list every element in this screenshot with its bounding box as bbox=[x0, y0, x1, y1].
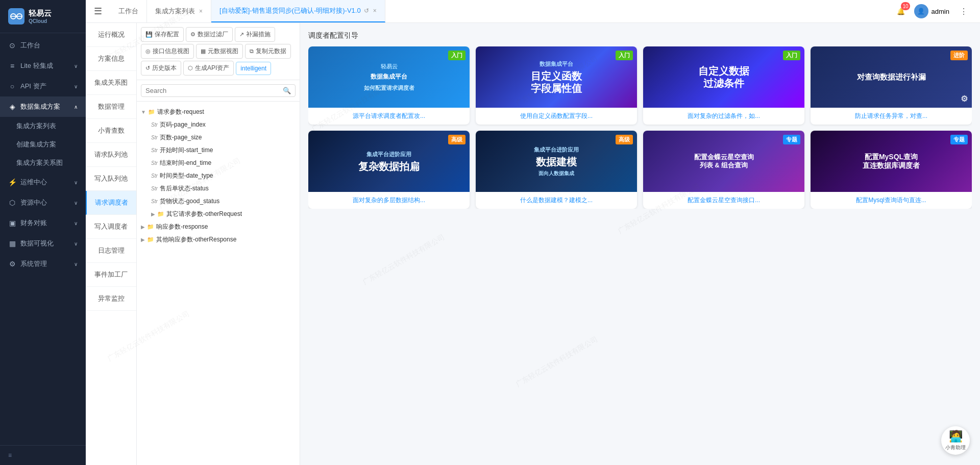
card8-badge: 专题 bbox=[950, 135, 968, 144]
sidebar-item-finance[interactable]: ▣ 财务对账 ∨ bbox=[0, 213, 86, 233]
header-tabs: ☰ 工作台 集成方案列表 × [自动爱梨]-销售退货同步(已确认-明细对接)-V… bbox=[86, 0, 886, 22]
sidebar-item-integration-list[interactable]: 集成方案列表 bbox=[0, 117, 86, 135]
guide-card-8[interactable]: 配置MySQL查询直连数据库调度者 专题 配置Mysql查询语句直连... bbox=[811, 131, 972, 209]
data-integration-icon: ◈ bbox=[8, 103, 16, 111]
toolbar: 💾 保存配置 ⚙ 数据过滤厂 ↗ 补漏措施 ◎ 接口信息视图 ▦ 元数据视 bbox=[137, 23, 300, 80]
expand-arrow-other-response: ▶ bbox=[141, 237, 145, 242]
tab-integration-list-close[interactable]: × bbox=[199, 8, 203, 15]
tree-node-other-response[interactable]: ▶ 📁 其他响应参数-otherResponse bbox=[139, 233, 298, 246]
left-nav-request-adjuster[interactable]: 请求调度者 bbox=[86, 191, 136, 215]
top-header: ☰ 工作台 集成方案列表 × [自动爱梨]-销售退货同步(已确认-明细对接)-V… bbox=[86, 0, 980, 23]
card1-line1: 轻易云 bbox=[364, 63, 414, 70]
folder-icon-req-params: 📁 bbox=[148, 109, 155, 115]
gen-api-button[interactable]: ⬡ 生成API资产 bbox=[183, 61, 234, 76]
tree-node-good-status[interactable]: Str 货物状态-good_status bbox=[139, 195, 298, 208]
search-input[interactable] bbox=[145, 87, 280, 94]
type-badge-good-status: Str bbox=[151, 199, 158, 204]
guide-card-7[interactable]: 配置金蝶云星空查询列表 & 组合查询 专题 配置金蝶云星空查询接口... bbox=[643, 131, 804, 209]
guide-card-6[interactable]: 集成平台进阶应用 数据建模 面向人数据集成 高级 什么是数据建模？建模之... bbox=[476, 131, 637, 209]
save-config-button[interactable]: 💾 保存配置 bbox=[141, 27, 184, 42]
lite-arrow-icon: ∨ bbox=[74, 63, 78, 69]
assistant-button[interactable]: 🧑‍💻 小青助理 bbox=[941, 426, 970, 455]
api-icon: ○ bbox=[8, 82, 16, 90]
left-nav-event-factory[interactable]: 事件加工厂 bbox=[86, 263, 136, 287]
sidebar-item-operation[interactable]: ⚡ 运维中心 ∨ bbox=[0, 172, 86, 192]
card5-line2: 复杂数据拍扁 bbox=[358, 160, 420, 173]
tab-refresh-icon[interactable]: ↺ bbox=[364, 7, 369, 14]
gen-api-label: 生成API资产 bbox=[195, 64, 229, 72]
tab-workbench[interactable]: 工作台 bbox=[110, 0, 147, 22]
tree-node-date-type[interactable]: Str 时间类型-date_type bbox=[139, 169, 298, 182]
guide-card-4[interactable]: 对查询数据进行补漏 进阶 ⚙ 防止请求任务异常，对查... bbox=[811, 46, 972, 125]
hamburger-button[interactable]: ☰ bbox=[86, 0, 110, 22]
sidebar-label-operation: 运维中心 bbox=[20, 178, 47, 187]
intelligent-button[interactable]: intelligent bbox=[236, 62, 271, 75]
tab-integration-list[interactable]: 集成方案列表 × bbox=[147, 0, 211, 22]
card2-line1: 数据集成平台 bbox=[531, 60, 582, 68]
finance-arrow-icon: ∨ bbox=[74, 221, 78, 226]
more-button[interactable]: ⋮ bbox=[955, 7, 972, 16]
sidebar-item-lite[interactable]: ≡ Lite 轻集成 ∨ bbox=[0, 56, 86, 76]
tab-auto-task[interactable]: [自动爱梨]-销售退货同步(已确认-明细对接)-V1.0 ↺ × bbox=[211, 0, 385, 22]
tree-node-page-size[interactable]: Str 页数-page_size bbox=[139, 131, 298, 144]
sidebar-item-api[interactable]: ○ API 资产 ∨ bbox=[0, 76, 86, 96]
user-info[interactable]: 👤 admin bbox=[914, 4, 949, 18]
left-nav-write-adjuster[interactable]: 写入调度者 bbox=[86, 215, 136, 239]
remediation-button[interactable]: ↗ 补漏措施 bbox=[235, 27, 275, 42]
left-nav-plan-info[interactable]: 方案信息 bbox=[86, 47, 136, 71]
left-nav-integration-map[interactable]: 集成关系图 bbox=[86, 71, 136, 95]
guide-card-5[interactable]: 集成平台进阶应用 复杂数据拍扁 高级 面对复杂的多层数据结构... bbox=[308, 131, 470, 209]
card4-badge: 进阶 bbox=[950, 51, 968, 60]
folder-icon-other-request: 📁 bbox=[157, 211, 164, 217]
search-icon: 🔍 bbox=[283, 87, 291, 94]
sidebar-item-create-integration[interactable]: 创建集成方案 bbox=[0, 135, 86, 154]
right-panel: 调度者配置引导 轻易云 数据集成平台 如何配置请求调度者 入门 源平台请求调度者… bbox=[300, 23, 980, 465]
search-row: 🔍 bbox=[137, 80, 300, 102]
intelligent-label: intelligent bbox=[240, 65, 266, 72]
copy-data-button[interactable]: ⧉ 复制元数据 bbox=[245, 44, 291, 59]
left-nav-log-mgmt[interactable]: 日志管理 bbox=[86, 239, 136, 263]
sidebar-label-create-integration: 创建集成方案 bbox=[16, 140, 56, 149]
history-button[interactable]: ↺ 历史版本 bbox=[141, 61, 181, 76]
left-nav-overview[interactable]: 运行概况 bbox=[86, 23, 136, 47]
tab-auto-task-close[interactable]: × bbox=[373, 7, 377, 14]
left-nav-data-mgmt[interactable]: 数据管理 bbox=[86, 95, 136, 119]
tree-node-page-index[interactable]: Str 页码-page_index bbox=[139, 118, 298, 131]
sidebar-item-integration-relation[interactable]: 集成方案关系图 bbox=[0, 154, 86, 172]
left-nav-exception-monitor[interactable]: 异常监控 bbox=[86, 287, 136, 311]
data-filter-button[interactable]: ⚙ 数据过滤厂 bbox=[186, 27, 233, 42]
tree-node-end-time[interactable]: Str 结束时间-end_time bbox=[139, 157, 298, 169]
interface-view-button[interactable]: ◎ 接口信息视图 bbox=[141, 44, 194, 59]
guide-card-2[interactable]: 数据集成平台 目定义函数字段属性值 入门 使用自定义函数配置字段... bbox=[476, 46, 637, 125]
expand-arrow-req-params: ▼ bbox=[141, 109, 146, 115]
finance-icon: ▣ bbox=[8, 219, 16, 227]
card3-desc: 面对复杂的过滤条件，如... bbox=[643, 108, 804, 125]
sidebar-label-api: API 资产 bbox=[20, 82, 46, 91]
history-label: 历史版本 bbox=[152, 64, 177, 72]
sidebar-item-system[interactable]: ⚙ 系统管理 ∨ bbox=[0, 254, 86, 274]
tree-node-start-time[interactable]: Str 开始时间-start_time bbox=[139, 144, 298, 157]
resource-icon: ⬡ bbox=[8, 199, 16, 207]
sidebar-item-workbench[interactable]: ⊙ 工作台 bbox=[0, 35, 86, 56]
tree-node-status[interactable]: Str 售后单状态-status bbox=[139, 182, 298, 195]
left-nav-xiao-qing[interactable]: 小青查数 bbox=[86, 119, 136, 143]
tree-node-response-params[interactable]: ▶ 📁 响应参数-response bbox=[139, 221, 298, 233]
avatar-icon: 👤 bbox=[917, 8, 925, 15]
save-config-label: 保存配置 bbox=[155, 30, 179, 39]
meta-view-button[interactable]: ▦ 元数据视图 bbox=[196, 44, 243, 59]
sidebar-item-data-integration[interactable]: ◈ 数据集成方案 ∧ bbox=[0, 96, 86, 117]
guide-card-1[interactable]: 轻易云 数据集成平台 如何配置请求调度者 入门 源平台请求调度者配置攻... bbox=[308, 46, 470, 125]
sidebar-item-data-viz[interactable]: ▦ 数据可视化 ∨ bbox=[0, 233, 86, 254]
tree-label-page-size: 页数-page_size bbox=[160, 133, 296, 142]
left-nav-write-queue[interactable]: 写入队列池 bbox=[86, 167, 136, 191]
tree-node-other-request[interactable]: ▶ 📁 其它请求参数-otherRequest bbox=[139, 208, 298, 221]
sidebar-item-resource[interactable]: ⬡ 资源中心 ∨ bbox=[0, 192, 86, 213]
sidebar-bottom[interactable]: ≡ bbox=[0, 445, 86, 465]
card4-settings-icon: ⚙ bbox=[961, 94, 968, 104]
notification-button[interactable]: 🔔 10 bbox=[894, 4, 908, 18]
guide-card-3[interactable]: 自定义数据过滤条件 入门 面对复杂的过滤条件，如... bbox=[643, 46, 804, 125]
type-badge-status: Str bbox=[151, 186, 158, 191]
left-nav-request-queue[interactable]: 请求队列池 bbox=[86, 143, 136, 167]
tree-node-req-params[interactable]: ▼ 📁 请求参数-request bbox=[139, 106, 298, 118]
tab-integration-list-label: 集成方案列表 bbox=[155, 7, 195, 16]
